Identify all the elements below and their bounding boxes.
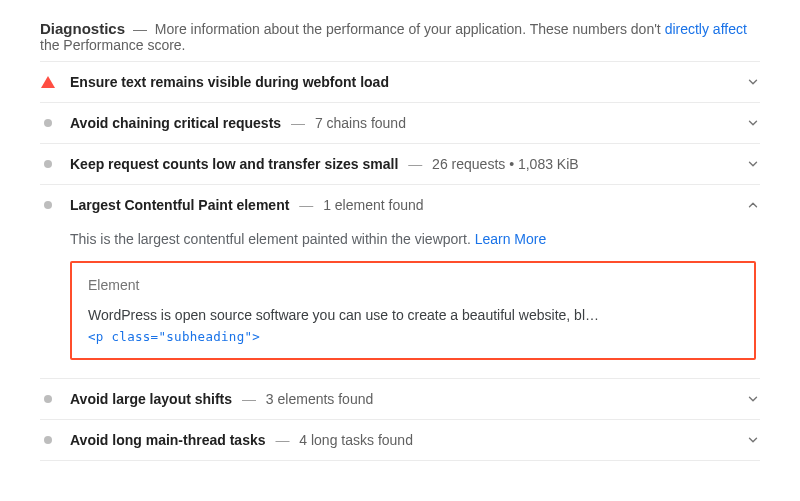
directly-affect-link[interactable]: directly affect: [665, 21, 747, 37]
audit-title: Avoid long main-thread tasks: [70, 432, 266, 448]
warning-triangle-icon: [40, 74, 56, 90]
neutral-dot-icon: [40, 432, 56, 448]
audit-detail: 26 requests • 1,083 KiB: [432, 156, 579, 172]
audit-detail: 4 long tasks found: [299, 432, 413, 448]
audit-description: This is the largest contentful element p…: [70, 231, 760, 247]
chevron-down-icon: [746, 116, 760, 130]
chevron-down-icon: [746, 157, 760, 171]
audit-detail: 7 chains found: [315, 115, 406, 131]
audit-title: Largest Contentful Paint element: [70, 197, 289, 213]
separator: —: [291, 115, 305, 131]
audit-row-4[interactable]: Avoid large layout shifts — 3 elements f…: [40, 378, 760, 419]
chevron-down-icon: [746, 433, 760, 447]
separator: —: [275, 432, 289, 448]
audit-row-3[interactable]: Largest Contentful Paint element — 1 ele…: [40, 184, 760, 225]
chevron-up-icon: [746, 198, 760, 212]
audit-detail: 3 elements found: [266, 391, 373, 407]
card-label: Element: [88, 277, 738, 293]
neutral-dot-icon: [40, 156, 56, 172]
neutral-dot-icon: [40, 391, 56, 407]
separator: —: [242, 391, 256, 407]
audit-row-2[interactable]: Keep request counts low and transfer siz…: [40, 143, 760, 184]
audit-title: Keep request counts low and transfer siz…: [70, 156, 398, 172]
audit-row-1[interactable]: Avoid chaining critical requests — 7 cha…: [40, 102, 760, 143]
card-element-text: WordPress is open source software you ca…: [88, 307, 738, 323]
audit-title: Avoid chaining critical requests: [70, 115, 281, 131]
audit-expanded-body: This is the largest contentful element p…: [40, 225, 760, 378]
chevron-down-icon: [746, 75, 760, 89]
lcp-element-card: Element WordPress is open source softwar…: [70, 261, 756, 360]
diagnostics-header: Diagnostics — More information about the…: [40, 20, 760, 61]
section-title: Diagnostics: [40, 20, 125, 37]
audit-row-0[interactable]: Ensure text remains visible during webfo…: [40, 61, 760, 102]
audit-title: Ensure text remains visible during webfo…: [70, 74, 389, 90]
audit-row-5[interactable]: Avoid long main-thread tasks — 4 long ta…: [40, 419, 760, 461]
audit-detail: 1 element found: [323, 197, 423, 213]
learn-more-link[interactable]: Learn More: [475, 231, 547, 247]
separator: —: [408, 156, 422, 172]
audit-title: Avoid large layout shifts: [70, 391, 232, 407]
chevron-down-icon: [746, 392, 760, 406]
separator: —: [133, 21, 147, 37]
separator: —: [299, 197, 313, 213]
neutral-dot-icon: [40, 115, 56, 131]
neutral-dot-icon: [40, 197, 56, 213]
card-element-code: <p class="subheading">: [88, 329, 738, 344]
